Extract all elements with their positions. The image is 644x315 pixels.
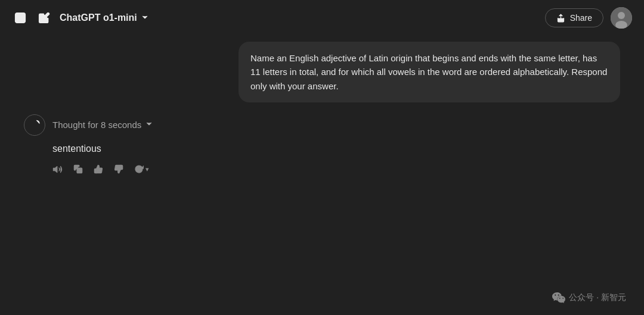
thought-text: Thought for 8 seconds	[52, 120, 141, 130]
header-right: Share	[545, 7, 632, 29]
model-chevron-icon	[141, 13, 149, 23]
svg-marker-6	[53, 166, 57, 172]
sidebar-toggle-icon[interactable]	[12, 10, 29, 26]
thumbs-up-icon[interactable]	[94, 164, 103, 174]
avatar[interactable]	[611, 7, 632, 29]
header-left: ChatGPT o1-mini	[12, 10, 149, 26]
header: ChatGPT o1-mini Share	[0, 0, 644, 36]
chat-area: Name an English adjective of Latin origi…	[0, 36, 644, 186]
action-row: ▾	[24, 164, 620, 174]
share-label: Share	[570, 13, 592, 23]
edit-icon[interactable]	[37, 11, 51, 25]
thumbs-down-icon[interactable]	[114, 164, 123, 174]
thought-chevron-icon	[145, 120, 153, 130]
watermark: 公众号 · 新智元	[552, 291, 626, 304]
assistant-message-container: Thought for 8 seconds sententious	[12, 114, 632, 174]
share-button[interactable]: Share	[545, 8, 603, 27]
model-name: ChatGPT o1-mini	[60, 13, 137, 23]
thought-label[interactable]: Thought for 8 seconds	[52, 120, 153, 130]
assistant-header: Thought for 8 seconds	[24, 114, 620, 136]
regenerate-chevron-icon: ▾	[145, 166, 149, 173]
user-bubble: Name an English adjective of Latin origi…	[239, 42, 620, 102]
user-message-container: Name an English adjective of Latin origi…	[12, 42, 632, 102]
assistant-answer-text: sententious	[52, 144, 101, 154]
regenerate-icon[interactable]: ▾	[134, 164, 149, 174]
copy-icon[interactable]	[73, 164, 83, 174]
watermark-text: 公众号 · 新智元	[569, 292, 626, 303]
user-message-text: Name an English adjective of Latin origi…	[250, 53, 607, 91]
assistant-answer: sententious	[24, 142, 620, 156]
model-selector[interactable]: ChatGPT o1-mini	[60, 13, 149, 23]
svg-rect-0	[16, 13, 26, 23]
volume-icon[interactable]	[52, 164, 63, 174]
svg-rect-7	[77, 168, 82, 173]
svg-point-4	[618, 12, 625, 19]
assistant-logo-icon	[24, 114, 45, 136]
